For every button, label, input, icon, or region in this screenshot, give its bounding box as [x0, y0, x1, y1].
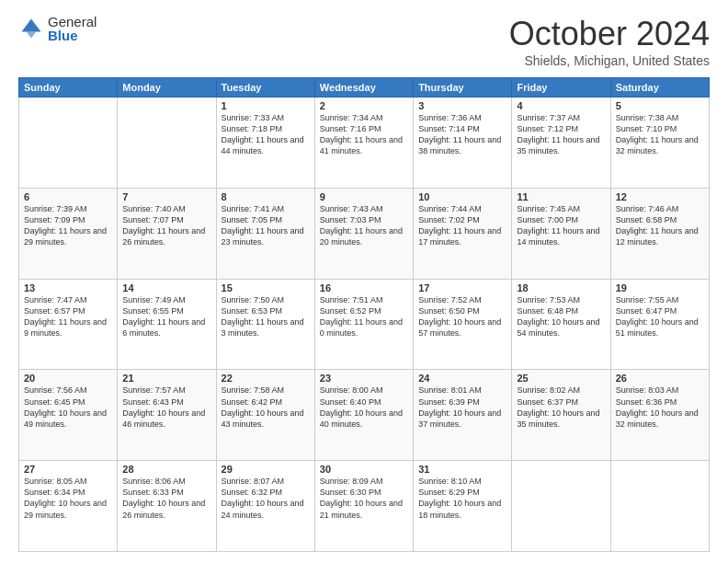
day-number: 5: [616, 100, 704, 111]
day-info: Sunrise: 7:45 AMSunset: 7:00 PMDaylight:…: [517, 203, 605, 248]
day-info: Sunrise: 7:38 AMSunset: 7:10 PMDaylight:…: [616, 112, 704, 157]
day-info: Sunrise: 7:56 AMSunset: 6:45 PMDaylight:…: [24, 385, 112, 430]
day-number: 13: [24, 282, 112, 293]
day-info: Sunrise: 8:00 AMSunset: 6:40 PMDaylight:…: [320, 385, 408, 430]
logo-blue: Blue: [48, 29, 97, 42]
table-row: 29Sunrise: 8:07 AMSunset: 6:32 PMDayligh…: [216, 461, 314, 552]
table-row: 14Sunrise: 7:49 AMSunset: 6:55 PMDayligh…: [118, 279, 216, 370]
calendar-week-row: 6Sunrise: 7:39 AMSunset: 7:09 PMDaylight…: [19, 188, 710, 279]
table-row: 15Sunrise: 7:50 AMSunset: 6:53 PMDayligh…: [216, 279, 314, 370]
table-row: 1Sunrise: 7:33 AMSunset: 7:18 PMDaylight…: [216, 98, 314, 189]
day-info: Sunrise: 8:01 AMSunset: 6:39 PMDaylight:…: [418, 385, 506, 430]
table-row: 9Sunrise: 7:43 AMSunset: 7:03 PMDaylight…: [314, 188, 413, 279]
col-wednesday: Wednesday: [314, 78, 413, 98]
table-row: [610, 461, 709, 552]
day-number: 31: [418, 464, 506, 475]
title-block: October 2024 Shields, Michigan, United S…: [509, 15, 710, 68]
day-info: Sunrise: 7:58 AMSunset: 6:42 PMDaylight:…: [222, 385, 310, 430]
day-number: 29: [222, 464, 310, 475]
day-info: Sunrise: 7:40 AMSunset: 7:07 PMDaylight:…: [122, 203, 210, 248]
table-row: 3Sunrise: 7:36 AMSunset: 7:14 PMDaylight…: [414, 98, 512, 189]
table-row: 6Sunrise: 7:39 AMSunset: 7:09 PMDaylight…: [19, 188, 118, 279]
table-row: 19Sunrise: 7:55 AMSunset: 6:47 PMDayligh…: [610, 279, 709, 370]
table-row: 18Sunrise: 7:53 AMSunset: 6:48 PMDayligh…: [512, 279, 610, 370]
day-number: 19: [616, 282, 704, 293]
day-number: 6: [24, 191, 112, 202]
day-number: 30: [320, 464, 408, 475]
table-row: 2Sunrise: 7:34 AMSunset: 7:16 PMDaylight…: [314, 98, 413, 189]
calendar-table: Sunday Monday Tuesday Wednesday Thursday…: [18, 77, 710, 552]
calendar-week-row: 13Sunrise: 7:47 AMSunset: 6:57 PMDayligh…: [19, 279, 710, 370]
day-info: Sunrise: 7:53 AMSunset: 6:48 PMDaylight:…: [517, 294, 605, 339]
day-number: 3: [418, 100, 506, 111]
header: General Blue October 2024 Shields, Michi…: [18, 15, 710, 68]
calendar-week-row: 27Sunrise: 8:05 AMSunset: 6:34 PMDayligh…: [19, 461, 710, 552]
table-row: [19, 98, 118, 189]
logo-text: General Blue: [48, 15, 97, 42]
svg-marker-1: [27, 32, 37, 39]
day-number: 26: [616, 373, 704, 384]
col-saturday: Saturday: [610, 78, 709, 98]
table-row: 17Sunrise: 7:52 AMSunset: 6:50 PMDayligh…: [414, 279, 512, 370]
day-info: Sunrise: 7:49 AMSunset: 6:55 PMDaylight:…: [122, 294, 210, 339]
table-row: 11Sunrise: 7:45 AMSunset: 7:00 PMDayligh…: [512, 188, 610, 279]
day-number: 25: [517, 373, 605, 384]
day-number: 14: [122, 282, 210, 293]
day-number: 1: [222, 100, 310, 111]
day-info: Sunrise: 8:03 AMSunset: 6:36 PMDaylight:…: [616, 385, 704, 430]
table-row: 22Sunrise: 7:58 AMSunset: 6:42 PMDayligh…: [216, 370, 314, 461]
table-row: 8Sunrise: 7:41 AMSunset: 7:05 PMDaylight…: [216, 188, 314, 279]
table-row: 10Sunrise: 7:44 AMSunset: 7:02 PMDayligh…: [414, 188, 512, 279]
col-thursday: Thursday: [414, 78, 512, 98]
day-number: 18: [517, 282, 605, 293]
day-info: Sunrise: 7:34 AMSunset: 7:16 PMDaylight:…: [320, 112, 408, 157]
calendar-header-row: Sunday Monday Tuesday Wednesday Thursday…: [19, 78, 710, 98]
day-info: Sunrise: 8:10 AMSunset: 6:29 PMDaylight:…: [418, 476, 506, 521]
logo-general: General: [48, 15, 97, 29]
table-row: 16Sunrise: 7:51 AMSunset: 6:52 PMDayligh…: [314, 279, 413, 370]
table-row: 26Sunrise: 8:03 AMSunset: 6:36 PMDayligh…: [610, 370, 709, 461]
day-info: Sunrise: 7:50 AMSunset: 6:53 PMDaylight:…: [222, 294, 310, 339]
table-row: 20Sunrise: 7:56 AMSunset: 6:45 PMDayligh…: [19, 370, 118, 461]
day-number: 22: [222, 373, 310, 384]
day-info: Sunrise: 8:06 AMSunset: 6:33 PMDaylight:…: [122, 476, 210, 521]
day-info: Sunrise: 8:09 AMSunset: 6:30 PMDaylight:…: [320, 476, 408, 521]
table-row: [512, 461, 610, 552]
day-number: 7: [122, 191, 210, 202]
svg-marker-0: [22, 19, 41, 32]
table-row: 21Sunrise: 7:57 AMSunset: 6:43 PMDayligh…: [118, 370, 216, 461]
table-row: 12Sunrise: 7:46 AMSunset: 6:58 PMDayligh…: [610, 188, 709, 279]
col-sunday: Sunday: [19, 78, 118, 98]
day-number: 24: [418, 373, 506, 384]
day-number: 9: [320, 191, 408, 202]
day-number: 27: [24, 464, 112, 475]
table-row: 27Sunrise: 8:05 AMSunset: 6:34 PMDayligh…: [19, 461, 118, 552]
day-number: 8: [222, 191, 310, 202]
day-info: Sunrise: 7:41 AMSunset: 7:05 PMDaylight:…: [222, 203, 310, 248]
calendar-page: General Blue October 2024 Shields, Michi…: [0, 0, 728, 563]
day-info: Sunrise: 7:57 AMSunset: 6:43 PMDaylight:…: [122, 385, 210, 430]
logo: General Blue: [18, 15, 97, 42]
day-info: Sunrise: 7:46 AMSunset: 6:58 PMDaylight:…: [616, 203, 704, 248]
table-row: 13Sunrise: 7:47 AMSunset: 6:57 PMDayligh…: [19, 279, 118, 370]
day-number: 11: [517, 191, 605, 202]
day-info: Sunrise: 7:36 AMSunset: 7:14 PMDaylight:…: [418, 112, 506, 157]
table-row: 28Sunrise: 8:06 AMSunset: 6:33 PMDayligh…: [118, 461, 216, 552]
calendar-week-row: 1Sunrise: 7:33 AMSunset: 7:18 PMDaylight…: [19, 98, 710, 189]
month-title: October 2024: [509, 15, 710, 53]
table-row: [118, 98, 216, 189]
day-number: 21: [122, 373, 210, 384]
col-monday: Monday: [118, 78, 216, 98]
day-number: 4: [517, 100, 605, 111]
day-info: Sunrise: 7:47 AMSunset: 6:57 PMDaylight:…: [24, 294, 112, 339]
day-info: Sunrise: 7:39 AMSunset: 7:09 PMDaylight:…: [24, 203, 112, 248]
day-number: 2: [320, 100, 408, 111]
day-info: Sunrise: 7:33 AMSunset: 7:18 PMDaylight:…: [222, 112, 310, 157]
day-number: 23: [320, 373, 408, 384]
table-row: 25Sunrise: 8:02 AMSunset: 6:37 PMDayligh…: [512, 370, 610, 461]
day-number: 10: [418, 191, 506, 202]
day-info: Sunrise: 8:07 AMSunset: 6:32 PMDaylight:…: [222, 476, 310, 521]
day-info: Sunrise: 7:51 AMSunset: 6:52 PMDaylight:…: [320, 294, 408, 339]
day-number: 28: [122, 464, 210, 475]
logo-icon: [18, 16, 44, 41]
